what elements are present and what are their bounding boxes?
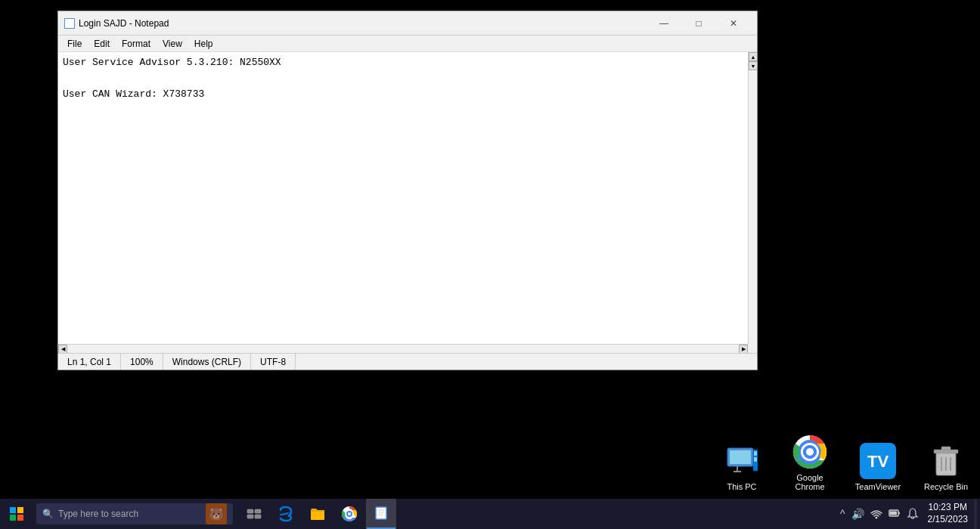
window-controls: — □ ✕ — [647, 11, 751, 36]
show-desktop-button[interactable] — [974, 499, 977, 529]
svg-rect-26 — [255, 509, 261, 513]
menu-help[interactable]: Help — [188, 37, 219, 51]
chrome-label: Google Chrome — [783, 473, 836, 491]
notepad-taskbar-button[interactable] — [366, 499, 396, 529]
svg-rect-28 — [255, 515, 261, 518]
text-area-container: User Service Advisor 5.3.210: N2550XX Us… — [58, 52, 757, 353]
search-icon: 🔍 — [42, 509, 54, 519]
svg-rect-40 — [898, 512, 900, 514]
svg-rect-5 — [754, 451, 757, 456]
svg-rect-3 — [733, 471, 741, 472]
chrome-icon — [792, 434, 828, 470]
cursor-position: Ln 1, Col 1 — [58, 354, 121, 370]
task-view-button[interactable] — [239, 499, 269, 529]
maximize-button[interactable]: □ — [681, 11, 716, 36]
menu-view[interactable]: View — [157, 37, 188, 51]
scroll-right-button[interactable]: ▶ — [739, 345, 748, 353]
battery-icon[interactable] — [889, 507, 901, 521]
notepad-taskbar-icon — [372, 504, 390, 522]
file-explorer-taskbar-button[interactable] — [302, 499, 333, 529]
vertical-scrollbar[interactable]: ▲ ▼ — [748, 52, 757, 344]
cortana-icon: 🐻 — [206, 503, 227, 524]
title-bar: Login SAJD - Notepad — □ ✕ — [58, 11, 757, 36]
svg-point-37 — [875, 516, 877, 518]
edge-taskbar-icon — [277, 505, 295, 523]
recycle-bin-label: Recycle Bin — [924, 482, 968, 491]
clock-date: 2/15/2023 — [928, 514, 968, 526]
line-ending: Windows (CRLF) — [163, 354, 251, 370]
notepad-window[interactable]: Login SAJD - Notepad — □ ✕ File Edit For… — [57, 11, 758, 370]
scroll-left-button[interactable]: ◀ — [58, 345, 67, 353]
svg-point-12 — [806, 448, 814, 456]
search-bar[interactable]: 🔍 Type here to search 🐻 — [36, 503, 233, 524]
clock-time: 10:23 PM — [929, 502, 967, 514]
teamviewer-label: TeamViewer — [855, 482, 901, 491]
search-placeholder: Type here to search — [58, 509, 138, 519]
menu-file[interactable]: File — [61, 37, 88, 51]
menu-format[interactable]: Format — [116, 37, 157, 51]
svg-text:TV: TV — [867, 452, 889, 471]
scroll-down-button[interactable]: ▼ — [749, 61, 757, 70]
encoding: UTF-8 — [251, 354, 296, 370]
teamviewer-icon: TV — [860, 443, 896, 479]
close-button[interactable]: ✕ — [716, 11, 751, 36]
minimize-button[interactable]: — — [647, 11, 681, 36]
desktop-icon-this-pc[interactable]: This PC — [715, 443, 768, 491]
desktop-icons: This PC Google Chr — [715, 434, 972, 491]
chevron-up-icon[interactable]: ^ — [840, 508, 845, 520]
svg-rect-22 — [17, 507, 23, 513]
start-button[interactable] — [0, 499, 33, 529]
notification-icon[interactable] — [907, 507, 919, 521]
svg-rect-33 — [376, 507, 386, 519]
recycle-bin-icon — [928, 443, 964, 479]
svg-rect-17 — [941, 447, 951, 450]
system-clock[interactable]: 10:23 PM 2/15/2023 — [922, 499, 974, 529]
svg-rect-27 — [247, 515, 253, 518]
svg-rect-6 — [754, 457, 757, 462]
svg-point-32 — [348, 512, 351, 515]
zoom-level: 100% — [121, 354, 163, 370]
taskbar-middle — [239, 499, 396, 529]
taskbar: 🔍 Type here to search 🐻 — [0, 499, 980, 529]
speaker-icon[interactable]: 🔊 — [851, 508, 864, 520]
notepad-app-icon — [64, 18, 75, 29]
svg-rect-39 — [890, 511, 897, 515]
edge-taskbar-button[interactable] — [271, 499, 301, 529]
task-view-icon — [245, 505, 263, 523]
this-pc-icon — [724, 443, 760, 479]
taskbar-right: ^ 🔊 — [834, 499, 980, 529]
this-pc-label: This PC — [727, 482, 756, 491]
chrome-taskbar-icon — [340, 505, 358, 523]
scroll-corner — [748, 344, 757, 353]
svg-rect-1 — [730, 450, 751, 464]
menu-bar: File Edit Format View Help — [58, 36, 757, 52]
menu-edit[interactable]: Edit — [88, 37, 116, 51]
svg-rect-24 — [17, 515, 23, 521]
horizontal-scrollbar[interactable]: ◀ ▶ — [58, 344, 748, 353]
status-bar: Ln 1, Col 1 100% Windows (CRLF) UTF-8 — [58, 353, 757, 370]
desktop-icon-teamviewer[interactable]: TV TeamViewer — [851, 443, 904, 491]
svg-rect-23 — [10, 515, 16, 521]
chrome-taskbar-button[interactable] — [334, 499, 364, 529]
svg-rect-2 — [737, 466, 738, 471]
svg-rect-25 — [247, 509, 253, 513]
scroll-up-button[interactable]: ▲ — [749, 52, 757, 61]
svg-rect-21 — [10, 507, 16, 513]
window-title: Login SAJD - Notepad — [79, 18, 647, 29]
desktop-icon-recycle-bin[interactable]: Recycle Bin — [920, 443, 972, 491]
systray[interactable]: ^ 🔊 — [834, 499, 907, 529]
network-icon[interactable] — [870, 507, 882, 521]
desktop-icon-chrome[interactable]: Google Chrome — [783, 434, 836, 491]
notepad-textarea[interactable]: User Service Advisor 5.3.210: N2550XX Us… — [58, 52, 757, 353]
file-explorer-taskbar-icon — [309, 505, 327, 523]
